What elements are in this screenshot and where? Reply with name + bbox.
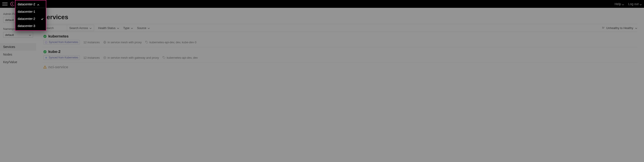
service-tags: kubernetes-api-dev, dev, kube-dev-3 <box>145 41 196 44</box>
filter-label: Source <box>137 26 146 30</box>
service-name: kube-2 <box>48 49 60 54</box>
services-toolbar: Search Across Health Status Type Source … <box>42 24 322 32</box>
svg-point-12 <box>104 56 106 59</box>
service-row[interactable]: kubernetes Synced from Kubernetes 12 ins… <box>42 32 322 47</box>
datacenter-option[interactable]: datacenter-1 <box>16 8 46 15</box>
filter-label: Type <box>123 26 130 30</box>
services-list: kubernetes Synced from Kubernetes 12 ins… <box>42 32 322 72</box>
svg-point-1 <box>12 3 13 4</box>
tag-icon <box>145 41 148 44</box>
mesh-gateway-icon <box>103 56 106 59</box>
service-row[interactable]: kube-2 Synced from Kubernetes 12 instanc… <box>42 47 322 63</box>
main-content: Services Search Across Health Status Typ… <box>42 8 322 81</box>
synced-badge: Synced from Kubernetes <box>44 40 80 44</box>
topbar: datacenter-2 Help Log out <box>0 0 322 8</box>
sidebar-item-nodes[interactable]: Nodes <box>0 51 36 58</box>
namespace-select[interactable]: default <box>3 32 33 38</box>
synced-badge-text: Synced from Kubernetes <box>49 41 78 44</box>
datacenter-current-label: datacenter-2 <box>18 2 35 6</box>
status-ok-icon <box>44 35 46 38</box>
status-ok-icon <box>44 50 46 53</box>
tags-text: kubernetes-api-dev, dev, kube-dev-3 <box>150 41 196 44</box>
kubernetes-icon <box>45 56 48 59</box>
chevron-down-icon <box>131 27 133 29</box>
datacenter-option-label: datacenter-3 <box>18 24 35 28</box>
sidebar-item-label: Services <box>3 45 15 49</box>
namespace-value: default <box>5 33 14 37</box>
svg-point-9 <box>146 41 146 42</box>
service-name: kubernetes <box>48 34 69 39</box>
mesh-text: in service mesh with gateway and proxy <box>108 56 159 59</box>
service-tags: kubernetes-api-dev, dev <box>162 56 198 59</box>
svg-marker-7 <box>45 41 47 43</box>
instance-count: 12 instances <box>84 41 100 44</box>
synced-badge-text: Synced from Kubernetes <box>49 56 78 59</box>
check-icon <box>41 17 44 20</box>
status-warn-icon <box>44 66 46 69</box>
search-across-label: Search Across <box>69 26 88 30</box>
sidebar-item-label: Nodes <box>3 53 12 56</box>
chevron-down-icon <box>117 27 119 29</box>
admin-partition-value: default <box>5 18 14 22</box>
menu-toggle-button[interactable] <box>2 1 8 7</box>
datacenter-option-label: datacenter-2 <box>18 17 35 20</box>
instance-count: 12 instances <box>84 56 100 59</box>
search-input[interactable] <box>43 25 67 31</box>
chevron-down-icon <box>29 34 31 36</box>
sidebar-item-services[interactable]: Services <box>0 43 36 51</box>
datacenter-dropdown-header[interactable]: datacenter-2 <box>16 0 46 8</box>
svg-point-11 <box>46 57 47 58</box>
datacenter-option-label: datacenter-1 <box>18 10 35 13</box>
search-across-dropdown[interactable]: Search Across <box>67 25 94 31</box>
kubernetes-icon <box>45 41 48 43</box>
filter-type[interactable]: Type <box>123 26 133 30</box>
chevron-up-icon <box>37 3 39 5</box>
datacenter-option[interactable]: datacenter-3 <box>16 22 46 29</box>
mesh-info: in service mesh with gateway and proxy <box>103 56 159 59</box>
service-name: nci-service <box>48 65 68 69</box>
sidebar-nav: Services Nodes Key/Value <box>0 43 36 66</box>
page-title: Services <box>42 14 322 21</box>
filter-source[interactable]: Source <box>137 26 150 30</box>
filter-label: Health Status <box>98 26 116 30</box>
chevron-down-icon <box>90 27 92 29</box>
filter-health-status[interactable]: Health Status <box>98 26 119 30</box>
synced-badge: Synced from Kubernetes <box>44 55 80 60</box>
tags-text: kubernetes-api-dev, dev <box>167 56 198 59</box>
chevron-down-icon <box>148 27 150 29</box>
mesh-text: in service mesh with proxy <box>108 41 142 44</box>
mesh-icon <box>103 41 106 44</box>
datacenter-dropdown-panel: datacenter-2 datacenter-1 datacenter-2 d… <box>15 0 46 31</box>
svg-point-13 <box>104 57 105 58</box>
service-row[interactable]: nci-service <box>42 63 322 72</box>
tag-icon <box>162 56 166 59</box>
sidebar-item-keyvalue[interactable]: Key/Value <box>0 58 36 66</box>
mesh-info: in service mesh with proxy <box>103 41 142 44</box>
sidebar-item-label: Key/Value <box>3 60 17 64</box>
search-box: Search Across <box>42 25 94 31</box>
svg-point-14 <box>163 57 164 57</box>
datacenter-option[interactable]: datacenter-2 <box>16 15 46 22</box>
